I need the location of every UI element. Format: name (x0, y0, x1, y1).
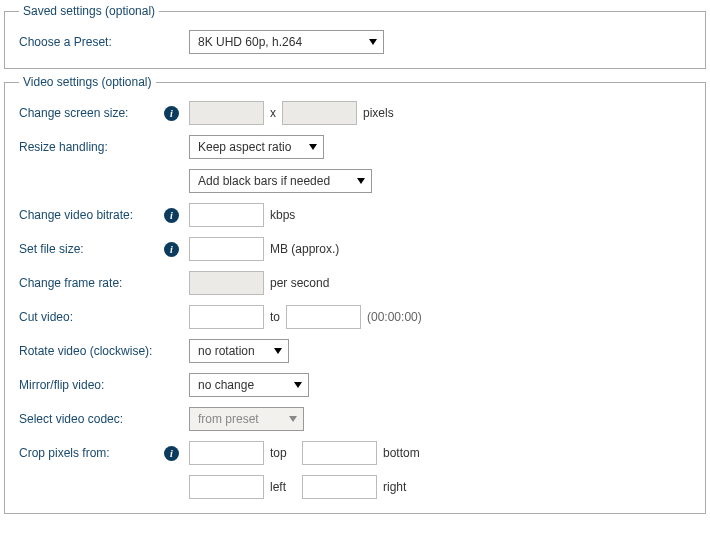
framerate-input[interactable] (189, 271, 264, 295)
crop-right-input[interactable] (302, 475, 377, 499)
top-label: top (270, 446, 296, 460)
choose-preset-label: Choose a Preset: (19, 35, 189, 49)
dimension-separator: x (270, 106, 276, 120)
saved-settings-legend: Saved settings (optional) (19, 4, 159, 18)
fps-unit: per second (270, 276, 329, 290)
crop-top-input[interactable] (189, 441, 264, 465)
mb-unit: MB (approx.) (270, 242, 339, 256)
rotate-label: Rotate video (clockwise): (19, 344, 189, 358)
codec-select[interactable]: from preset (189, 407, 304, 431)
right-label: right (383, 480, 406, 494)
chevron-down-icon (289, 416, 297, 422)
kbps-unit: kbps (270, 208, 295, 222)
screen-width-input[interactable] (189, 101, 264, 125)
crop-bottom-input[interactable] (302, 441, 377, 465)
crop-label: Crop pixels from: i (19, 446, 189, 461)
mirror-select[interactable]: no change (189, 373, 309, 397)
resize-handling-label: Resize handling: (19, 140, 189, 154)
left-label: left (270, 480, 296, 494)
filesize-input[interactable] (189, 237, 264, 261)
info-icon[interactable]: i (164, 106, 179, 121)
codec-label: Select video codec: (19, 412, 189, 426)
rotate-select[interactable]: no rotation (189, 339, 289, 363)
framerate-label: Change frame rate: (19, 276, 189, 290)
black-bars-select[interactable]: Add black bars if needed (189, 169, 372, 193)
crop-left-input[interactable] (189, 475, 264, 499)
preset-select[interactable]: 8K UHD 60p, h.264 (189, 30, 384, 54)
info-icon[interactable]: i (164, 446, 179, 461)
bottom-label: bottom (383, 446, 420, 460)
chevron-down-icon (294, 382, 302, 388)
chevron-down-icon (309, 144, 317, 150)
time-format-hint: (00:00:00) (367, 310, 422, 324)
cut-to-input[interactable] (286, 305, 361, 329)
cut-from-input[interactable] (189, 305, 264, 329)
mirror-label: Mirror/flip video: (19, 378, 189, 392)
info-icon[interactable]: i (164, 242, 179, 257)
chevron-down-icon (357, 178, 365, 184)
video-settings-legend: Video settings (optional) (19, 75, 156, 89)
chevron-down-icon (274, 348, 282, 354)
pixels-unit: pixels (363, 106, 394, 120)
saved-settings-fieldset: Saved settings (optional) Choose a Prese… (4, 4, 706, 69)
video-settings-fieldset: Video settings (optional) Change screen … (4, 75, 706, 514)
to-label: to (270, 310, 280, 324)
cut-video-label: Cut video: (19, 310, 189, 324)
bitrate-input[interactable] (189, 203, 264, 227)
chevron-down-icon (369, 39, 377, 45)
screen-height-input[interactable] (282, 101, 357, 125)
bitrate-label: Change video bitrate: i (19, 208, 189, 223)
info-icon[interactable]: i (164, 208, 179, 223)
filesize-label: Set file size: i (19, 242, 189, 257)
aspect-ratio-select[interactable]: Keep aspect ratio (189, 135, 324, 159)
screen-size-label: Change screen size: i (19, 106, 189, 121)
